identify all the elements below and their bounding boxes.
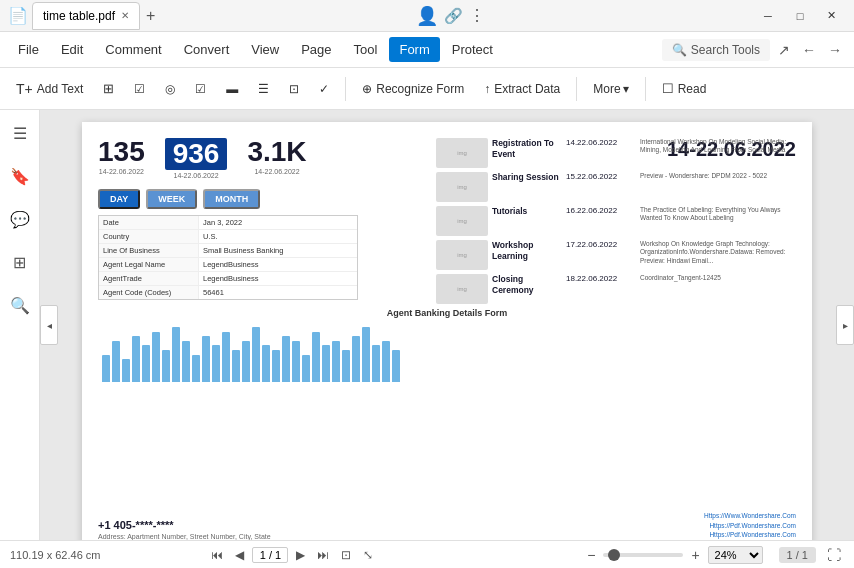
check-tool-btn[interactable]: ☑ (187, 78, 214, 100)
schedule-row-0: img Registration To Event 14.22.06.2022 … (436, 138, 796, 168)
form-label-agent-code: Agent Code (Codes) (99, 286, 199, 299)
website-1: Https://Www.Wondershare.Com (704, 511, 796, 521)
menu-page[interactable]: Page (291, 37, 341, 62)
last-page-btn[interactable]: ⏭ (313, 546, 333, 564)
add-text-btn[interactable]: T+ Add Text (8, 77, 91, 101)
recognize-form-btn[interactable]: ⊕ Recognize Form (354, 78, 472, 100)
main-area: ☰ 🔖 💬 ⊞ 🔍 ◂ 135 14-22.06.2022 936 14-22.… (0, 110, 854, 540)
external-link-icon[interactable]: ↗ (774, 38, 794, 62)
sidebar-pages-icon[interactable]: ⊞ (7, 247, 32, 278)
chart-bar (202, 336, 210, 382)
search-tools-btn[interactable]: 🔍 Search Tools (662, 39, 770, 61)
list-icon: ☰ (258, 82, 269, 96)
chart-bar (132, 336, 140, 382)
stat-936-date: 14-22.06.2022 (165, 172, 228, 179)
day-btn[interactable]: DAY (98, 189, 140, 209)
chart-bar (242, 341, 250, 382)
document-tab[interactable]: time table.pdf ✕ (32, 2, 140, 30)
chart-bar (172, 327, 180, 382)
minimize-btn[interactable]: ─ (754, 5, 782, 27)
form-value-country: U.S. (199, 230, 357, 243)
stat-3k-value: 3.1K (247, 138, 306, 166)
dimensions-label: 110.19 x 62.46 cm (10, 549, 101, 561)
sidebar-nav-icon[interactable]: ☰ (7, 118, 33, 149)
menu-edit[interactable]: Edit (51, 37, 93, 62)
forward-icon[interactable]: → (824, 38, 846, 62)
form-label-lob: Line Of Business (99, 244, 199, 257)
menu-bar: File Edit Comment Convert View Page Tool… (0, 32, 854, 68)
form-value-agent-name: LegendBusiness (199, 258, 357, 271)
schedule-event-3: Workshop Learning (492, 240, 562, 262)
back-icon[interactable]: ← (798, 38, 820, 62)
contact-left: +1 405-****-**** Address: Apartment Numb… (98, 519, 271, 540)
chart-bar (232, 350, 240, 382)
chart-title: Agent Banking Details Form (98, 308, 796, 318)
chart-bar (352, 336, 360, 382)
menu-convert[interactable]: Convert (174, 37, 240, 62)
schedule-date-4: 18.22.06.2022 (566, 274, 636, 283)
share-icon[interactable]: 🔗 (444, 7, 463, 25)
text-field-btn[interactable]: ▬ (218, 78, 246, 100)
schedule-img-0: img (436, 138, 488, 168)
form-label-country: Country (99, 230, 199, 243)
profile-icon[interactable]: 👤 (416, 5, 438, 27)
read-checkbox[interactable]: ☐ Read (654, 77, 715, 100)
fit-width-btn[interactable]: ⊡ (337, 546, 355, 564)
chart-bar (162, 350, 170, 382)
stat-936: 936 14-22.06.2022 (165, 138, 228, 179)
more-options-icon[interactable]: ⋮ (469, 6, 485, 25)
menu-form[interactable]: Form (389, 37, 439, 62)
close-btn[interactable]: ✕ (818, 5, 846, 27)
tab-close-btn[interactable]: ✕ (121, 10, 129, 21)
maximize-btn[interactable]: □ (786, 5, 814, 27)
chart-bar (222, 332, 230, 382)
zoom-select[interactable]: 24% 50% 75% 100% (708, 546, 763, 564)
schedule-img-4: img (436, 274, 488, 304)
page-input[interactable] (252, 547, 288, 563)
zoom-out-btn[interactable]: − (583, 547, 599, 563)
contact-footer: +1 405-****-**** Address: Apartment Numb… (98, 511, 796, 540)
grid-tool-btn[interactable]: ⊡ (281, 78, 307, 100)
month-btn[interactable]: MONTH (203, 189, 260, 209)
menu-file[interactable]: File (8, 37, 49, 62)
prev-page-btn[interactable]: ◀ (231, 546, 248, 564)
extract-data-btn[interactable]: ↑ Extract Data (476, 78, 568, 100)
extract-icon: ↑ (484, 82, 490, 96)
new-tab-btn[interactable]: + (146, 7, 155, 25)
form-row-lob: Line Of Business Small Business Banking (99, 244, 357, 258)
menu-view[interactable]: View (241, 37, 289, 62)
zoom-slider[interactable] (603, 553, 683, 557)
title-bar-icons: 👤 🔗 ⋮ (416, 5, 485, 27)
fit-page-btn[interactable]: ⤡ (359, 546, 377, 564)
week-btn[interactable]: WEEK (146, 189, 197, 209)
checkbox-tool-btn[interactable]: ☑ (126, 78, 153, 100)
sidebar-bookmark-icon[interactable]: 🔖 (4, 161, 36, 192)
expand-left-btn[interactable]: ◂ (40, 305, 58, 345)
more-btn[interactable]: More ▾ (585, 78, 636, 100)
marquee-tool-btn[interactable]: ⊞ (95, 77, 122, 100)
first-page-btn[interactable]: ⏮ (207, 546, 227, 564)
text-field-icon: ▬ (226, 82, 238, 96)
list-tool-btn[interactable]: ☰ (250, 78, 277, 100)
sign-tool-btn[interactable]: ✓ (311, 78, 337, 100)
radio-tool-btn[interactable]: ◎ (157, 78, 183, 100)
zoom-in-btn[interactable]: + (687, 547, 703, 563)
read-label: Read (678, 82, 707, 96)
form-value-lob: Small Business Banking (199, 244, 357, 257)
fullscreen-btn[interactable]: ⛶ (824, 547, 844, 563)
nav-controls: ⏮ ◀ ▶ ⏭ ⊡ ⤡ (207, 546, 377, 564)
menu-protect[interactable]: Protect (442, 37, 503, 62)
sidebar-comment-icon[interactable]: 💬 (4, 204, 36, 235)
expand-right-btn[interactable]: ▸ (836, 305, 854, 345)
address: Address: Apartment Number, Street Number… (98, 533, 271, 540)
next-page-btn[interactable]: ▶ (292, 546, 309, 564)
schedule-date-1: 15.22.06.2022 (566, 172, 636, 181)
chart-bar (362, 327, 370, 382)
recognize-icon: ⊕ (362, 82, 372, 96)
sidebar-search-icon[interactable]: 🔍 (4, 290, 36, 321)
chart-bar (102, 355, 110, 383)
menu-tool[interactable]: Tool (344, 37, 388, 62)
menu-comment[interactable]: Comment (95, 37, 171, 62)
chart-bar (142, 345, 150, 382)
chart-bar (342, 350, 350, 382)
